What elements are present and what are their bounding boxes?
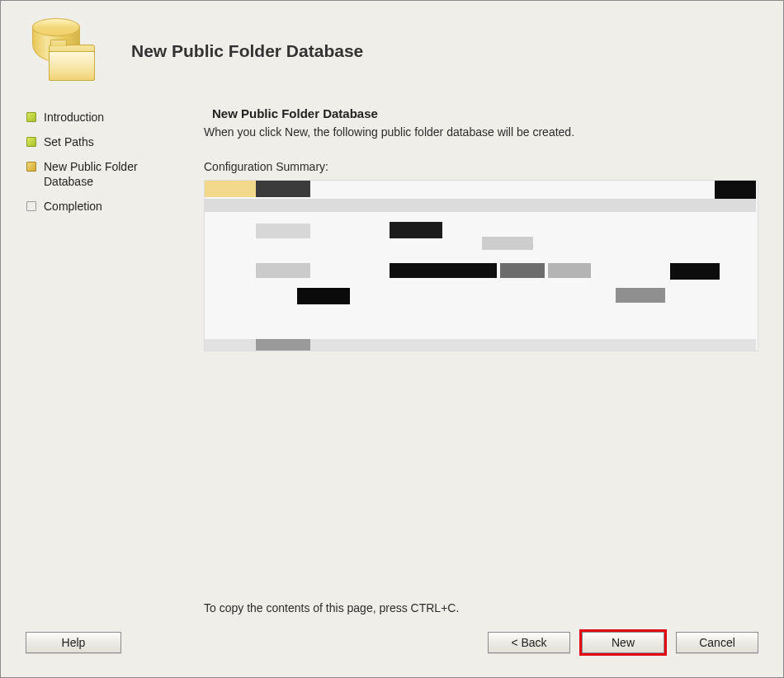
step-bullet-icon (26, 136, 37, 148)
wizard-body: Introduction Set Paths New Public Folder… (1, 92, 783, 626)
cancel-button[interactable]: Cancel (676, 632, 758, 653)
redacted-block (715, 181, 756, 199)
configuration-summary-readonly (204, 180, 758, 351)
step-bullet-icon (26, 111, 37, 123)
wizard-footer: Help < Back New Cancel (1, 626, 783, 677)
redacted-block (205, 199, 756, 212)
redacted-block (205, 181, 256, 197)
step-bullet-icon (26, 200, 37, 212)
panel-description: When you click New, the following public… (204, 125, 758, 139)
back-button[interactable]: < Back (488, 632, 570, 653)
database-folder-icon (26, 16, 100, 87)
step-label: Introduction (44, 110, 104, 125)
wizard-main-panel: New Public Folder Database When you clic… (199, 92, 758, 626)
wizard-title: New Public Folder Database (131, 41, 363, 61)
step-label: Completion (44, 199, 102, 214)
redacted-block (297, 288, 350, 304)
new-button[interactable]: New (582, 632, 664, 653)
redacted-block (390, 263, 497, 278)
step-new-public-folder-database: New Public Folder Database (26, 159, 182, 189)
redacted-block (256, 224, 310, 238)
step-label: Set Paths (44, 134, 94, 149)
wizard-dialog: New Public Folder Database Introduction … (0, 0, 784, 678)
redacted-block (548, 263, 591, 278)
wizard-header: New Public Folder Database (1, 1, 783, 92)
step-completion: Completion (26, 199, 182, 214)
wizard-steps-sidebar: Introduction Set Paths New Public Folder… (26, 92, 199, 626)
redacted-block (390, 222, 442, 238)
redacted-block (256, 339, 310, 351)
step-introduction: Introduction (26, 110, 182, 125)
configuration-summary-label: Configuration Summary: (204, 160, 758, 173)
help-button[interactable]: Help (26, 632, 121, 653)
step-bullet-icon (26, 161, 37, 172)
redacted-block (482, 237, 533, 250)
redacted-block (500, 263, 545, 278)
copy-hint: To copy the contents of this page, press… (204, 601, 758, 614)
redacted-block (256, 263, 310, 278)
redacted-block (256, 181, 310, 197)
redacted-block (670, 263, 720, 280)
panel-title: New Public Folder Database (204, 106, 758, 120)
step-set-paths: Set Paths (26, 134, 182, 149)
step-label: New Public Folder Database (44, 159, 182, 189)
redacted-block (616, 288, 665, 303)
